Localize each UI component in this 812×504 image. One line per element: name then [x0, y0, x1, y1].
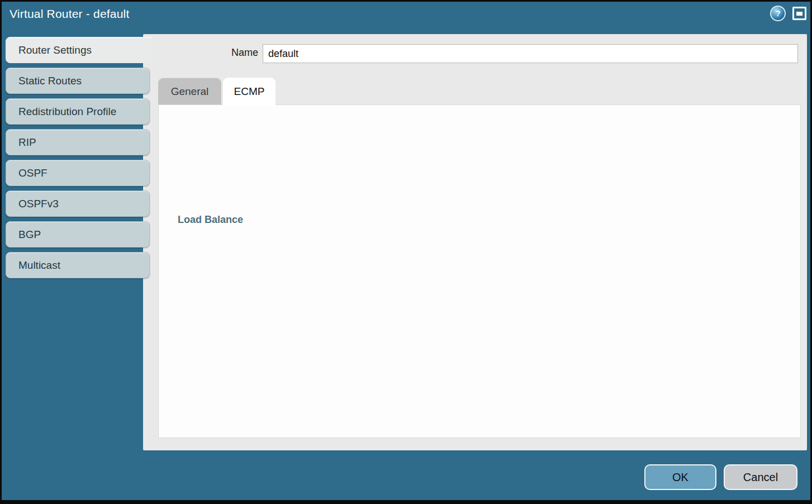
dialog-title: Virtual Router - default [10, 7, 130, 21]
sidebar-item-bgp[interactable]: BGP [6, 221, 150, 248]
sidebar-item-static-routes[interactable]: Static Routes [6, 68, 150, 94]
sidebar-item-rip[interactable]: RIP [6, 129, 150, 155]
cancel-button[interactable]: Cancel [724, 464, 797, 490]
ecmp-tab-panel [158, 104, 801, 438]
help-icon[interactable]: ? [770, 6, 786, 21]
sidebar-item-multicast[interactable]: Multicast [6, 252, 150, 278]
ok-button[interactable]: OK [644, 464, 716, 490]
window-restore-icon-inner [796, 12, 802, 16]
sidebar-item-redistribution-profile[interactable]: Redistribution Profile [6, 98, 150, 125]
sidebar-item-ospf[interactable]: OSPF [6, 160, 150, 186]
name-input[interactable] [263, 44, 798, 63]
window-restore-icon[interactable] [792, 7, 806, 20]
sidebar-item-ospfv3[interactable]: OSPFv3 [6, 191, 150, 217]
load-balance-legend: Load Balance [175, 214, 246, 226]
virtual-router-dialog: Virtual Router - default ? Router Settin… [0, 0, 812, 504]
sidebar-item-router-settings[interactable]: Router Settings [6, 37, 153, 63]
name-label: Name [212, 47, 258, 59]
tab-ecmp[interactable]: ECMP [223, 78, 276, 106]
tab-general[interactable]: General [158, 78, 221, 105]
